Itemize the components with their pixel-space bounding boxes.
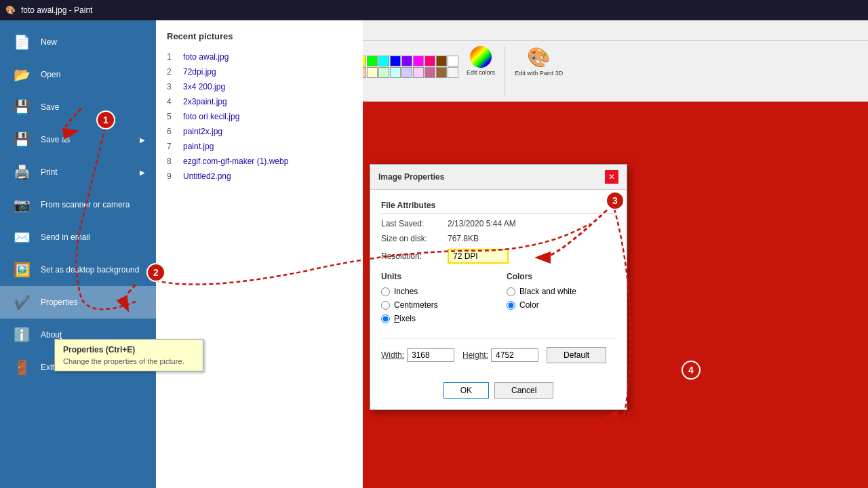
color-swatch[interactable]	[425, 67, 435, 78]
image-properties-dialog: Image Properties ✕ File Attributes Last …	[370, 164, 627, 410]
recent-item-2[interactable]: 2 72dpi.jpg	[167, 64, 352, 79]
units-section: Units Inches Centimeters Pixels	[381, 272, 490, 327]
height-field: Height:	[462, 348, 538, 362]
about-label: About	[41, 330, 62, 340]
save-icon: 💾	[11, 96, 33, 118]
width-label: Width:	[381, 350, 404, 360]
inches-option[interactable]: Inches	[381, 287, 490, 296]
annotation-1: 1	[96, 110, 115, 129]
menu-item-save[interactable]: 💾 Save	[0, 91, 156, 123]
recent-num-7: 7	[167, 142, 178, 151]
recent-name-1: foto awal.jpg	[183, 52, 229, 62]
pixels-radio[interactable]	[381, 314, 390, 323]
recent-item-3[interactable]: 3 3x4 200.jpg	[167, 79, 352, 94]
color-swatch[interactable]	[436, 67, 447, 78]
color-swatch[interactable]	[413, 56, 424, 66]
recent-name-4: 2x3paint.jpg	[183, 97, 227, 106]
open-label: Open	[41, 70, 60, 79]
recent-item-7[interactable]: 7 paint.jpg	[167, 139, 352, 154]
recent-item-6[interactable]: 6 paint2x.jpg	[167, 124, 352, 139]
recent-pictures-title: Recent pictures	[167, 31, 352, 41]
color-swatch[interactable]	[425, 56, 435, 66]
color-swatch[interactable]	[367, 67, 378, 78]
color-radio[interactable]	[507, 301, 515, 310]
pixels-option[interactable]: Pixels	[381, 314, 490, 323]
recent-num-3: 3	[167, 82, 178, 92]
color-swatch[interactable]	[367, 56, 378, 66]
annotation-2: 2	[146, 263, 165, 282]
recent-name-3: 3x4 200.jpg	[183, 82, 225, 92]
recent-num-9: 9	[167, 171, 178, 181]
recent-item-4[interactable]: 4 2x3paint.jpg	[167, 94, 352, 109]
exit-icon: 🚪	[11, 357, 33, 378]
size-on-disk-label: Size on disk:	[381, 234, 442, 243]
recent-num-4: 4	[167, 97, 178, 106]
color-swatch[interactable]	[448, 67, 458, 78]
menu-item-open[interactable]: 📂 Open	[0, 58, 156, 91]
print-arrow: ▶	[140, 169, 145, 176]
color-swatch[interactable]	[390, 56, 401, 66]
size-on-disk-value: 767.8KB	[448, 234, 479, 243]
recent-item-9[interactable]: 9 Untitled2.png	[167, 169, 352, 184]
dialog-body: File Attributes Last Saved: 2/13/2020 5:…	[370, 190, 627, 374]
color-swatch[interactable]	[378, 67, 389, 78]
color-swatch[interactable]	[390, 67, 401, 78]
tooltip: Properties (Ctrl+E) Change the propertie…	[54, 339, 203, 371]
last-saved-label: Last Saved:	[381, 219, 442, 228]
properties-label: Properties	[41, 298, 78, 307]
properties-icon: ✔️	[11, 291, 33, 313]
recent-num-6: 6	[167, 127, 178, 136]
menu-item-desktop[interactable]: 🖼️ Set as desktop background	[0, 253, 156, 286]
height-label: Height:	[462, 350, 488, 360]
recent-item-8[interactable]: 8 ezgif.com-gif-maker (1).webp	[167, 154, 352, 169]
new-icon: 📄	[11, 31, 33, 53]
tooltip-title: Properties (Ctrl+E)	[63, 345, 195, 354]
email-label: Send in email	[41, 232, 90, 242]
dialog-title: Image Properties	[378, 172, 444, 182]
edit-with-paint3d-button[interactable]: 🎨 Edit with Paint 3D	[512, 43, 566, 99]
centimeters-radio[interactable]	[381, 301, 390, 310]
color-swatch[interactable]	[413, 67, 424, 78]
black-white-option[interactable]: Black and white	[507, 287, 616, 296]
recent-name-8: ezgif.com-gif-maker (1).webp	[183, 157, 288, 166]
cancel-button[interactable]: Cancel	[494, 382, 553, 399]
dialog-close-button[interactable]: ✕	[605, 170, 618, 184]
menu-item-properties[interactable]: ✔️ Properties	[0, 286, 156, 319]
color-swatch[interactable]	[448, 56, 458, 66]
color-option[interactable]: Color	[507, 300, 616, 310]
menu-item-new[interactable]: 📄 New	[0, 26, 156, 58]
save-label: Save	[41, 102, 59, 112]
scanner-label: From scanner or camera	[41, 200, 130, 209]
save-as-label: Save as	[41, 135, 70, 144]
color-swatch[interactable]	[436, 56, 447, 66]
default-button[interactable]: Default	[547, 347, 606, 363]
paint3d-icon: 🎨	[527, 46, 551, 68]
resolution-input[interactable]	[448, 249, 509, 264]
dimensions-row: Width: Height: Default	[381, 338, 616, 363]
dialog-titlebar: Image Properties ✕	[370, 165, 627, 190]
edit-colors-button[interactable]: Edit colors	[464, 43, 498, 99]
edit-colors-label: Edit colors	[467, 69, 495, 76]
height-input[interactable]	[491, 348, 538, 362]
menu-item-save-as[interactable]: 💾 Save as ▶	[0, 123, 156, 156]
centimeters-option[interactable]: Centimeters	[381, 300, 490, 310]
file-menu-right: Recent pictures 1 foto awal.jpg 2 72dpi.…	[156, 20, 363, 488]
width-input[interactable]	[407, 348, 454, 362]
recent-item-5[interactable]: 5 foto ori kecil.jpg	[167, 109, 352, 124]
black-white-radio[interactable]	[507, 287, 515, 296]
color-swatch[interactable]	[401, 56, 412, 66]
annotation-4: 4	[682, 361, 701, 380]
recent-item-1[interactable]: 1 foto awal.jpg	[167, 49, 352, 64]
menu-item-scanner[interactable]: 📷 From scanner or camera	[0, 188, 156, 221]
print-icon: 🖨️	[11, 161, 33, 183]
black-white-label: Black and white	[519, 287, 576, 296]
recent-num-8: 8	[167, 157, 178, 166]
menu-item-print[interactable]: 🖨️ Print ▶	[0, 156, 156, 188]
inches-radio[interactable]	[381, 287, 390, 296]
color-swatch[interactable]	[378, 56, 389, 66]
ok-button[interactable]: OK	[443, 382, 489, 399]
edit-with-paint3d-label: Edit with Paint 3D	[515, 70, 563, 77]
color-swatch[interactable]	[401, 67, 412, 78]
colors-section-dialog: Colors Black and white Color	[507, 272, 616, 327]
menu-item-email[interactable]: ✉️ Send in email	[0, 221, 156, 253]
